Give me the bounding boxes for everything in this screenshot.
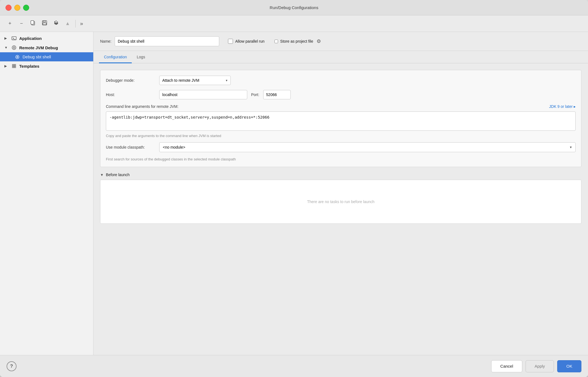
allow-parallel-label: Allow parallel run: [235, 39, 265, 43]
name-label: Name:: [100, 39, 111, 43]
host-label: Host:: [106, 92, 155, 97]
module-label: Use module classpath:: [106, 145, 155, 149]
remove-icon: −: [20, 21, 23, 26]
title-bar: Run/Debug Configurations: [0, 0, 588, 15]
before-launch-section: ▼ Before launch There are no tasks to ru…: [100, 173, 581, 224]
store-project-gear-button[interactable]: ⚙: [315, 38, 322, 44]
module-select-wrapper: <no module>: [159, 142, 576, 152]
main-content: ▶ Application ▼: [0, 32, 588, 355]
module-row: Use module classpath: <no module>: [106, 142, 576, 152]
debugger-mode-row: Debugger mode: Attach to remote JVM List…: [106, 76, 576, 85]
gear-icon: ⚙: [317, 39, 321, 44]
config-body: Debugger mode: Attach to remote JVM List…: [100, 70, 581, 167]
module-select[interactable]: <no module>: [159, 142, 576, 152]
sidebar-item-templates[interactable]: ▶ Templates: [0, 61, 93, 71]
host-port-row: Host: Port:: [106, 90, 576, 99]
remove-config-button[interactable]: −: [17, 19, 26, 29]
remote-jvm-icon: [11, 45, 17, 50]
cmd-header: Command line arguments for remote JVM: J…: [106, 104, 576, 109]
traffic-lights: [6, 5, 29, 11]
cmd-hint: Copy and paste the arguments to the comm…: [106, 134, 576, 138]
cmd-section: Command line arguments for remote JVM: J…: [106, 104, 576, 138]
sidebar-item-debug-sbt-shell[interactable]: Debug sbt shell: [0, 52, 93, 61]
up-icon: ▲: [65, 21, 70, 26]
add-icon: +: [9, 21, 12, 26]
debug-sbt-icon: [14, 55, 20, 59]
gear-icon: [54, 20, 59, 27]
store-project-group: Store as project file ⚙: [274, 38, 322, 44]
tab-configuration[interactable]: Configuration: [99, 51, 132, 63]
save-icon: [42, 20, 47, 27]
window-title: Run/Debug Configurations: [270, 5, 318, 10]
svg-point-7: [12, 46, 16, 50]
bottom-bar: ? Cancel Apply OK: [0, 355, 588, 377]
save-config-button[interactable]: [40, 19, 50, 29]
apply-button[interactable]: Apply: [526, 360, 554, 372]
module-hint: First search for sources of the debugged…: [106, 157, 576, 161]
minimize-button[interactable]: [14, 5, 20, 11]
sidebar-item-templates-label: Templates: [19, 64, 39, 69]
application-icon: [11, 36, 17, 41]
debugger-mode-select[interactable]: Attach to remote JVM Listen to remote JV…: [159, 76, 231, 85]
before-launch-title: Before launch: [106, 173, 130, 177]
sidebar-item-remote-jvm[interactable]: ▼ Remote JVM Debug: [0, 43, 93, 52]
svg-rect-3: [43, 21, 45, 22]
maximize-button[interactable]: [23, 5, 29, 11]
tabs-bar: Configuration Logs: [94, 51, 588, 63]
add-config-button[interactable]: +: [5, 19, 15, 29]
jdk-link[interactable]: JDK 9 or later ▸: [549, 104, 576, 109]
before-launch-header: ▼ Before launch: [100, 173, 581, 177]
cancel-button[interactable]: Cancel: [491, 360, 522, 372]
ok-button[interactable]: OK: [557, 360, 581, 372]
settings-config-button[interactable]: [51, 19, 61, 29]
sidebar-item-application[interactable]: ▶ Application: [0, 34, 93, 43]
copy-icon: [31, 20, 35, 27]
port-input[interactable]: [263, 90, 291, 99]
toolbar-separator: [75, 20, 76, 28]
store-project-label: Store as project file: [280, 39, 313, 43]
before-launch-content: There are no tasks to run before launch: [100, 180, 581, 224]
close-button[interactable]: [6, 5, 12, 11]
sidebar-item-remote-jvm-label: Remote JVM Debug: [19, 45, 58, 50]
arrow-icon: ▶: [4, 36, 9, 40]
svg-point-10: [17, 56, 18, 58]
name-row: Name: Allow parallel run Store as projec…: [94, 32, 588, 51]
store-project-checkbox[interactable]: [274, 40, 278, 43]
port-label: Port:: [251, 92, 259, 97]
module-section: Use module classpath: <no module> First …: [106, 142, 576, 161]
cmd-textarea[interactable]: -agentlib:jdwp=transport=dt_socket,serve…: [106, 111, 576, 131]
name-input[interactable]: [115, 36, 219, 46]
cmd-label: Command line arguments for remote JVM:: [106, 104, 178, 109]
right-panel: Name: Allow parallel run Store as projec…: [94, 32, 588, 355]
move-up-button[interactable]: ▲: [63, 19, 73, 29]
allow-parallel-group: Allow parallel run: [228, 39, 265, 44]
no-tasks-text: There are no tasks to run before launch: [307, 200, 374, 204]
tab-logs[interactable]: Logs: [132, 51, 150, 63]
sidebar-item-application-label: Application: [19, 36, 42, 41]
arrow-icon: ▶: [4, 64, 9, 68]
allow-parallel-checkbox[interactable]: [228, 39, 233, 44]
sidebar: ▶ Application ▼: [0, 32, 94, 355]
bottom-buttons: Cancel Apply OK: [491, 360, 581, 372]
svg-point-8: [13, 47, 15, 48]
svg-rect-4: [43, 23, 46, 25]
copy-config-button[interactable]: [28, 19, 38, 29]
debugger-mode-label: Debugger mode:: [106, 78, 155, 83]
arrow-icon: ▼: [4, 46, 9, 50]
toolbar: + −: [0, 15, 588, 32]
host-input[interactable]: [159, 90, 247, 99]
help-button[interactable]: ?: [7, 361, 17, 371]
before-launch-arrow[interactable]: ▼: [100, 173, 104, 177]
sidebar-item-debug-sbt-label: Debug sbt shell: [23, 54, 51, 59]
debugger-mode-dropdown-wrapper: Attach to remote JVM Listen to remote JV…: [159, 76, 231, 85]
config-panel: Debugger mode: Attach to remote JVM List…: [94, 63, 588, 355]
templates-icon: [11, 64, 17, 69]
more-button[interactable]: »: [78, 20, 85, 27]
svg-rect-1: [31, 21, 34, 24]
